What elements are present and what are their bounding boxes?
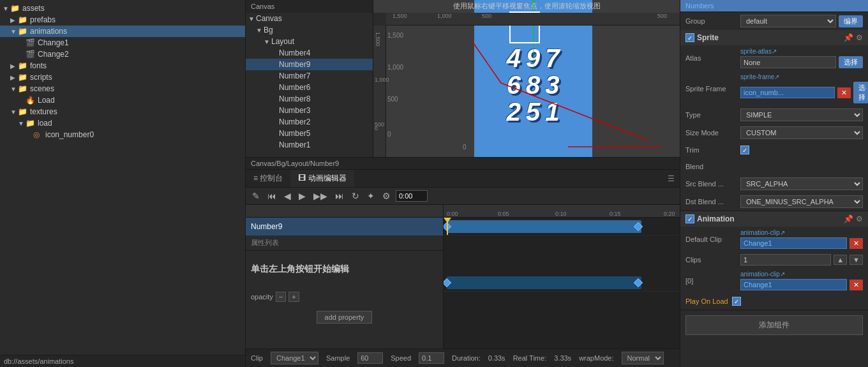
sprite-checkbox[interactable]: ✓: [685, 33, 694, 42]
group-select[interactable]: default: [740, 15, 836, 27]
tree-item-animations[interactable]: ▼ 📁 animations: [0, 26, 245, 37]
tree-item-load-folder[interactable]: ▼ 📁 load: [0, 117, 245, 129]
sprite-gear-icon[interactable]: ⚙: [856, 33, 863, 42]
node-number3[interactable]: Number3: [246, 105, 373, 116]
sprite-frame-link[interactable]: sprite-frame ↗: [740, 73, 868, 80]
num4-arrow: [271, 50, 279, 57]
node-number6[interactable]: Number6: [246, 82, 373, 93]
default-clip-link[interactable]: animation-clip ↗: [740, 229, 863, 236]
tree-item-fonts[interactable]: ▶ 📁 fonts: [0, 60, 245, 71]
canvas-arrow[interactable]: ▼: [248, 15, 256, 22]
tl-track-number9[interactable]: [444, 218, 680, 236]
tree-item-prefabs[interactable]: ▶ 📁 prefabs: [0, 14, 245, 26]
sprite-header[interactable]: ✓ Sprite 📌 ⚙: [680, 30, 868, 45]
play-on-load-checkbox[interactable]: ✓: [732, 297, 741, 306]
sprite-frame-select-btn[interactable]: 选择: [853, 82, 868, 103]
node-layout[interactable]: ▼ Layout: [246, 36, 373, 47]
play-button[interactable]: ▶: [296, 190, 308, 202]
tree-item-scripts[interactable]: ▶ 📁 scripts: [0, 71, 245, 83]
bg-arrow[interactable]: ▼: [256, 27, 264, 34]
animation-checkbox[interactable]: ✓: [685, 214, 694, 223]
group-btn[interactable]: 编界: [839, 15, 863, 27]
tree-item-icon-number0[interactable]: ◎ icon_number0: [0, 129, 245, 140]
clips-input[interactable]: [740, 254, 831, 266]
opacity-plus-btn[interactable]: +: [288, 292, 299, 302]
loop-button[interactable]: ↻: [349, 190, 362, 202]
tree-item-load-scene[interactable]: 🔥 Load: [0, 94, 245, 106]
default-clip-clear-btn[interactable]: ✕: [849, 238, 863, 249]
tree-arrow-assets[interactable]: ▼: [3, 5, 10, 12]
sprite-pin-icon: 📌: [844, 33, 853, 42]
atlas-link[interactable]: sprite-atlas ↗: [740, 48, 863, 55]
tab-animation-editor[interactable]: 🎞 动画编辑器: [290, 170, 354, 187]
node-number4[interactable]: Number4: [246, 47, 373, 59]
tree-arrow-fonts[interactable]: ▶: [10, 63, 18, 70]
layout-arrow[interactable]: ▼: [264, 38, 271, 45]
trim-checkbox[interactable]: ✓: [740, 146, 749, 154]
tree-arrow-scenes[interactable]: ▼: [10, 86, 18, 93]
tree-item-assets[interactable]: ▼ 📁 assets: [0, 3, 245, 14]
tree-item-scenes[interactable]: ▼ 📁 scenes: [0, 83, 245, 94]
tree-arrow-change2: [18, 51, 26, 58]
atlas-input[interactable]: [740, 56, 836, 68]
clip-select[interactable]: Change1: [271, 352, 318, 364]
clip-item-clear-btn[interactable]: ✕: [849, 280, 863, 290]
type-select[interactable]: SIMPLE: [740, 109, 863, 121]
play-on-load-row: Play On Load ✓: [680, 293, 868, 310]
opacity-minus-btn[interactable]: −: [276, 292, 286, 302]
prev-frame-button[interactable]: ◀: [281, 190, 294, 202]
node-number8[interactable]: Number8: [246, 93, 373, 105]
speed-input[interactable]: [419, 352, 444, 364]
edit-button[interactable]: ✎: [250, 190, 262, 202]
skip-end-button[interactable]: ⏭: [333, 190, 347, 202]
dst-blend-select[interactable]: ONE_MINUS_SRC_ALPHA: [740, 195, 863, 208]
clip-label: Clip: [251, 354, 263, 362]
clip-item-link[interactable]: animation-clip ↗: [740, 271, 863, 278]
node-number1[interactable]: Number1: [246, 139, 373, 151]
track-header-number9[interactable]: Number9: [246, 218, 443, 236]
middle-panel: Canvas ▼ Canvas ▼ Bg ▼ Layout: [246, 0, 680, 367]
node-number5[interactable]: Number5: [246, 128, 373, 139]
animation-gear-icon[interactable]: ⚙: [856, 214, 863, 223]
tree-arrow-prefabs[interactable]: ▶: [10, 17, 18, 24]
wrapmode-select[interactable]: Normal: [622, 352, 664, 364]
settings-button[interactable]: ⚙: [380, 190, 393, 202]
size-mode-select[interactable]: CUSTOM: [740, 126, 863, 139]
add-component-button[interactable]: 添加组件: [685, 315, 863, 335]
skip-start-button[interactable]: ⏮: [265, 190, 279, 202]
node-number7[interactable]: Number7: [246, 70, 373, 82]
clips-plus-btn[interactable]: ▼: [849, 255, 863, 265]
tl-track-opacity[interactable]: [444, 274, 680, 292]
next-frame-button[interactable]: ▶▶: [311, 190, 330, 202]
add-property-button[interactable]: add property: [317, 311, 373, 324]
time-input[interactable]: [396, 190, 428, 202]
num-1: 1: [545, 99, 559, 124]
tree-item-textures[interactable]: ▼ 📁 textures: [0, 106, 245, 117]
src-blend-select[interactable]: SRC_ALPHA: [740, 177, 863, 190]
default-clip-input[interactable]: [740, 237, 847, 249]
tree-item-change2[interactable]: 🎬 Change2: [0, 49, 245, 60]
clip-item-input[interactable]: [740, 279, 847, 290]
tree-item-change1[interactable]: 🎬 Change1: [0, 37, 245, 49]
node-canvas[interactable]: ▼ Canvas: [246, 13, 373, 24]
animation-header[interactable]: ✓ Animation 📌 ⚙: [680, 211, 868, 227]
clips-minus-btn[interactable]: ▲: [834, 255, 847, 265]
node-number9[interactable]: Number9: [246, 59, 373, 70]
sprite-frame-clear-btn[interactable]: ✕: [837, 87, 851, 98]
node-number2[interactable]: Number2: [246, 116, 373, 128]
scene-icon-load: 🔥: [26, 96, 36, 105]
tree-arrow-scripts[interactable]: ▶: [10, 74, 18, 81]
tree-arrow-animations[interactable]: ▼: [10, 28, 18, 35]
tab-anim-icon: 🎞: [298, 174, 306, 183]
tab-console[interactable]: ≡ 控制台: [246, 170, 290, 187]
timeline-menu-icon[interactable]: ☰: [662, 172, 680, 186]
sample-input[interactable]: [357, 352, 383, 364]
atlas-select-btn[interactable]: 选择: [839, 56, 863, 68]
folder-icon-animations: 📁: [18, 27, 28, 36]
tree-arrow-load-folder[interactable]: ▼: [18, 120, 26, 127]
tree-arrow-textures[interactable]: ▼: [10, 109, 18, 116]
add-event-button[interactable]: ✦: [364, 190, 377, 202]
playhead: [447, 218, 448, 235]
node-bg[interactable]: ▼ Bg: [246, 24, 373, 36]
sprite-frame-input[interactable]: [740, 87, 835, 98]
